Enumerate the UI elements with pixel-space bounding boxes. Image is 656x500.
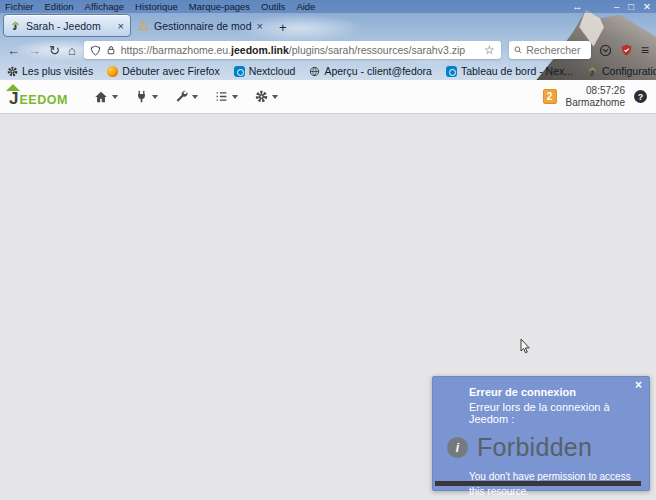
menu-edition[interactable]: Edition bbox=[45, 1, 74, 12]
logo-letter-j: J bbox=[9, 90, 18, 107]
home-button[interactable]: ⌂ bbox=[68, 44, 76, 57]
close-icon[interactable]: × bbox=[635, 378, 642, 394]
notification-badge[interactable]: 2 bbox=[543, 89, 557, 104]
toast-progress-bar bbox=[435, 481, 641, 486]
nextcloud-icon bbox=[446, 66, 457, 77]
bookmark-star-icon[interactable]: ☆ bbox=[484, 43, 495, 57]
error-heading: Forbidden bbox=[477, 433, 592, 462]
toast-title: Erreur de connexion bbox=[469, 386, 637, 398]
menu-aide[interactable]: Aide bbox=[296, 1, 315, 12]
clock-user-block: 08:57:26 Barmazhome bbox=[566, 85, 625, 108]
search-bar[interactable] bbox=[509, 41, 591, 59]
jeedom-header: J EEDOM bbox=[0, 80, 656, 114]
logo-roof-icon bbox=[6, 84, 20, 91]
tab-gestionnaire-modules[interactable]: Gestionnaire de modules comp × bbox=[131, 14, 269, 37]
help-icon[interactable]: ? bbox=[634, 90, 647, 103]
menu-fichier[interactable]: Fichier bbox=[5, 1, 34, 12]
plug-icon bbox=[135, 90, 148, 103]
app-menu-button[interactable]: ≡ bbox=[641, 43, 649, 57]
bookmark-tableau-de-bord[interactable]: Tableau de bord - Nex... bbox=[446, 65, 573, 77]
toast-subtitle: Erreur lors de la connexion à Jeedom : bbox=[469, 401, 637, 425]
search-input[interactable] bbox=[526, 44, 586, 56]
home-icon bbox=[94, 90, 108, 104]
new-tab-button[interactable]: + bbox=[279, 21, 287, 34]
logo-text: EEDOM bbox=[19, 93, 67, 107]
menu-dashboard[interactable] bbox=[94, 90, 118, 104]
lock-icon[interactable] bbox=[106, 45, 116, 55]
close-window-button[interactable]: ✕ bbox=[643, 2, 651, 12]
menu-tools[interactable] bbox=[175, 90, 198, 103]
jeedom-favicon bbox=[10, 20, 21, 31]
bookmarks-toolbar: Les plus visités Débuter avec Firefox Ne… bbox=[0, 62, 656, 80]
maximize-button[interactable]: □ bbox=[628, 2, 634, 12]
wrench-icon bbox=[175, 90, 188, 103]
bookmark-les-plus-visites[interactable]: Les plus visités bbox=[7, 65, 93, 77]
bookmark-configuration-jeedom[interactable]: Configuration - Jeedom bbox=[587, 65, 656, 77]
caret-down-icon bbox=[272, 95, 278, 99]
adblock-shield-icon[interactable] bbox=[620, 44, 633, 57]
jeedom-main-menu bbox=[94, 90, 278, 104]
bookmark-apercu-fedora[interactable]: Aperçu - client@fedora bbox=[309, 65, 432, 77]
page-content: × Erreur de connexion Erreur lors de la … bbox=[0, 114, 656, 500]
mouse-cursor bbox=[520, 338, 532, 355]
tab-close-icon[interactable]: × bbox=[257, 20, 263, 32]
firefox-icon bbox=[107, 66, 118, 77]
menu-plugins[interactable] bbox=[135, 90, 158, 103]
forward-button[interactable]: → bbox=[28, 44, 41, 57]
nextcloud-icon bbox=[234, 66, 245, 77]
browser-window: Fichier Edition Affichage Historique Mar… bbox=[0, 0, 656, 500]
menu-bar: Fichier Edition Affichage Historique Mar… bbox=[0, 0, 656, 13]
menu-list[interactable] bbox=[215, 90, 238, 103]
reload-button[interactable]: ↻ bbox=[49, 44, 60, 57]
info-icon: i bbox=[447, 437, 468, 458]
url-text[interactable]: https://barmazhome.eu.jeedom.link/plugin… bbox=[121, 44, 479, 56]
search-icon bbox=[514, 45, 522, 55]
header-right-cluster: 2 08:57:26 Barmazhome ? bbox=[543, 85, 647, 108]
bookmark-nextcloud[interactable]: Nextcloud bbox=[234, 65, 296, 77]
jeedom-icon bbox=[587, 66, 598, 77]
browser-chrome: Fichier Edition Affichage Historique Mar… bbox=[0, 0, 656, 80]
caret-down-icon bbox=[232, 95, 238, 99]
clock-time: 08:57:26 bbox=[566, 85, 625, 97]
tab-sarah-jeedom[interactable]: Sarah - Jeedom × bbox=[3, 14, 131, 37]
back-button[interactable]: ← bbox=[7, 44, 20, 57]
caret-down-icon bbox=[112, 95, 118, 99]
user-name[interactable]: Barmazhome bbox=[566, 97, 625, 109]
globe-icon bbox=[309, 66, 320, 77]
minimize-button[interactable]: – bbox=[614, 2, 619, 12]
bookmark-debuter-firefox[interactable]: Débuter avec Firefox bbox=[107, 65, 219, 77]
menu-settings[interactable] bbox=[255, 90, 278, 103]
tab-bar: Sarah - Jeedom × Gestionnaire de modules… bbox=[0, 13, 656, 38]
pocket-icon[interactable] bbox=[599, 44, 612, 57]
caret-down-icon bbox=[152, 95, 158, 99]
tracking-shield-icon[interactable] bbox=[90, 45, 101, 56]
gear-icon bbox=[7, 66, 18, 77]
resize-icon[interactable]: ↔ bbox=[572, 2, 582, 12]
gear-icon bbox=[255, 90, 268, 103]
window-controls: ↔ – □ ✕ bbox=[572, 2, 651, 12]
tab-title: Gestionnaire de modules comp bbox=[154, 20, 252, 32]
navigation-toolbar: ← → ↻ ⌂ https://barmazhome.eu.jeedom.lin… bbox=[0, 38, 656, 62]
tab-title: Sarah - Jeedom bbox=[26, 20, 113, 32]
error-toast: × Erreur de connexion Erreur lors de la … bbox=[432, 376, 650, 491]
jeedom-logo[interactable]: J EEDOM bbox=[9, 87, 68, 107]
module-install-icon bbox=[137, 20, 149, 32]
menu-affichage[interactable]: Affichage bbox=[85, 1, 124, 12]
url-bar[interactable]: https://barmazhome.eu.jeedom.link/plugin… bbox=[84, 41, 501, 59]
menu-marque-pages[interactable]: Marque-pages bbox=[189, 1, 250, 12]
menu-outils[interactable]: Outils bbox=[261, 1, 285, 12]
menu-historique[interactable]: Historique bbox=[135, 1, 178, 12]
caret-down-icon bbox=[192, 95, 198, 99]
tab-close-icon[interactable]: × bbox=[118, 20, 124, 32]
list-icon bbox=[215, 90, 228, 103]
